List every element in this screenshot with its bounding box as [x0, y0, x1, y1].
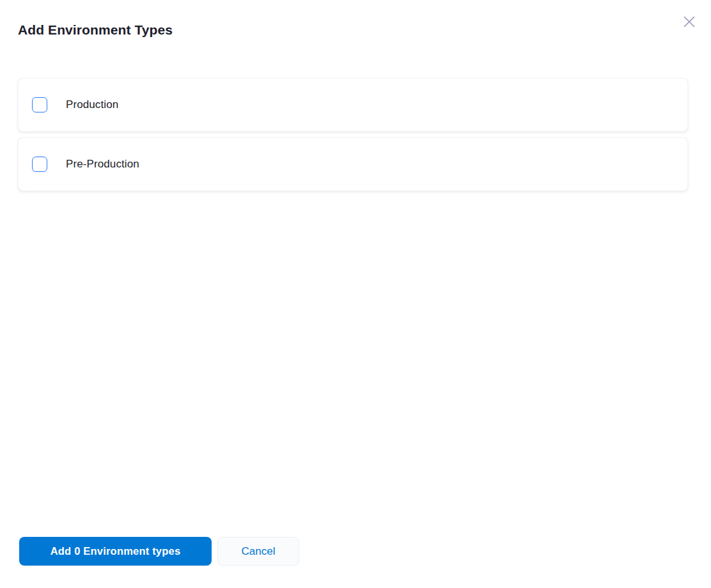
list-item-pre-production[interactable]: Pre-Production: [18, 137, 688, 191]
add-environment-types-button[interactable]: Add 0 Environment types: [19, 537, 212, 566]
close-icon: [681, 13, 698, 30]
pre-production-checkbox[interactable]: [32, 157, 47, 172]
environment-type-label: Production: [66, 98, 118, 111]
environment-type-list: Production Pre-Production: [18, 78, 688, 191]
list-item-production[interactable]: Production: [18, 78, 688, 132]
cancel-button[interactable]: Cancel: [217, 537, 299, 566]
close-button[interactable]: [678, 11, 700, 33]
add-environment-types-modal: Add Environment Types Production Pre-Pro…: [0, 0, 711, 588]
environment-type-label: Pre-Production: [66, 158, 139, 171]
modal-footer: Add 0 Environment types Cancel: [19, 537, 299, 566]
modal-title: Add Environment Types: [18, 22, 173, 38]
production-checkbox[interactable]: [32, 97, 47, 112]
